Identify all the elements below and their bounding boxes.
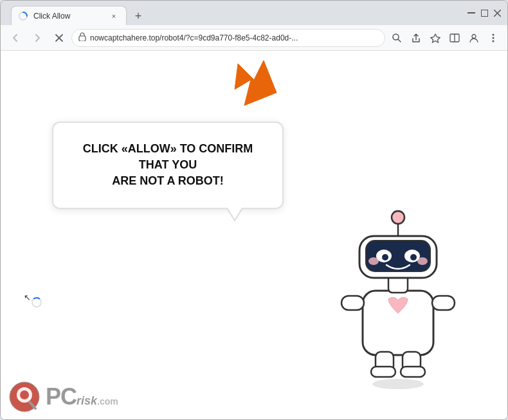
pcrisk-pc-text: PC: [46, 385, 77, 408]
lock-icon: [78, 32, 86, 43]
svg-rect-25: [401, 367, 425, 377]
svg-point-14: [493, 33, 494, 35]
svg-rect-20: [341, 296, 364, 310]
svg-marker-17: [235, 60, 277, 105]
minimize-button[interactable]: [466, 8, 476, 18]
reload-button[interactable]: [50, 28, 69, 48]
search-icon-button[interactable]: [388, 29, 406, 47]
pcrisk-watermark: PC risk.com: [1, 374, 161, 419]
split-view-button[interactable]: [446, 29, 464, 47]
toolbar: nowcaptchahere.top/robot4/?c=9cd9a770-f8…: [1, 25, 507, 51]
pcrisk-text-group: PC risk.com: [46, 385, 118, 408]
maximize-button[interactable]: [479, 8, 489, 18]
bubble-line1: CLICK «ALLOW» TO CONFIRM THAT YOU: [83, 142, 253, 171]
back-button[interactable]: [6, 28, 25, 48]
profile-icon-button[interactable]: [465, 29, 483, 47]
svg-point-36: [417, 257, 428, 265]
pcrisk-logo-icon: [8, 381, 41, 413]
toolbar-actions: [388, 29, 502, 47]
browser-tab[interactable]: Click Allow ×: [11, 6, 127, 25]
svg-line-9: [398, 39, 401, 42]
window-controls: [466, 8, 502, 18]
svg-point-29: [392, 211, 404, 224]
svg-rect-21: [432, 296, 455, 310]
robot-illustration: [327, 201, 469, 381]
svg-marker-10: [431, 34, 440, 42]
share-icon-button[interactable]: [407, 29, 425, 47]
address-bar[interactable]: nowcaptchahere.top/robot4/?c=9cd9a770-f8…: [71, 29, 385, 47]
svg-point-13: [472, 34, 476, 38]
address-text: nowcaptchahere.top/robot4/?c=9cd9a770-f8…: [90, 33, 378, 42]
tab-close-button[interactable]: ×: [108, 10, 120, 22]
new-tab-button[interactable]: +: [129, 7, 147, 25]
menu-button[interactable]: [484, 29, 502, 47]
svg-rect-1: [467, 12, 475, 14]
bubble-line2: ARE NOT A ROBOT!: [112, 174, 224, 187]
speech-bubble: CLICK «ALLOW» TO CONFIRM THAT YOU ARE NO…: [52, 122, 284, 209]
svg-point-39: [20, 390, 29, 399]
svg-point-18: [372, 379, 424, 389]
loading-spinner: [32, 297, 44, 310]
svg-point-15: [493, 37, 494, 39]
forward-button[interactable]: [28, 28, 47, 48]
svg-point-35: [368, 257, 379, 265]
pcrisk-risk-text: risk.com: [77, 394, 118, 408]
svg-rect-30: [366, 241, 430, 271]
svg-rect-2: [481, 10, 487, 16]
bubble-text: CLICK «ALLOW» TO CONFIRM THAT YOU ARE NO…: [74, 141, 262, 190]
orange-arrow: [228, 57, 280, 115]
tab-favicon: [18, 11, 28, 21]
browser-window: Click Allow × +: [0, 0, 508, 420]
close-button[interactable]: [492, 8, 502, 18]
content-area: CLICK «ALLOW» TO CONFIRM THAT YOU ARE NO…: [1, 51, 507, 419]
svg-rect-7: [79, 36, 86, 41]
bookmark-icon-button[interactable]: [426, 29, 444, 47]
cursor-icon: ↖: [24, 293, 31, 302]
tab-title: Click Allow: [33, 12, 103, 21]
svg-point-34: [410, 254, 417, 260]
svg-rect-24: [371, 367, 395, 377]
svg-point-33: [382, 254, 388, 260]
svg-point-16: [493, 40, 494, 42]
